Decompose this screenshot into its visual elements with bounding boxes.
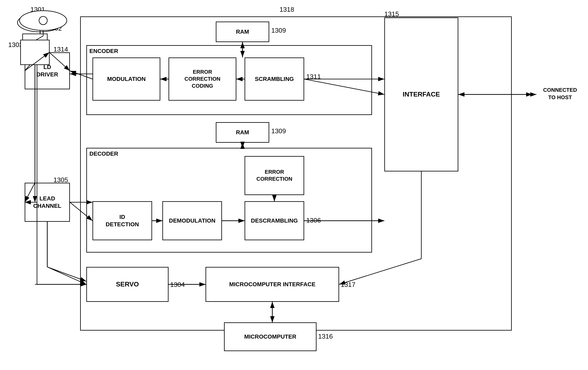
svg-line-37 [36, 36, 43, 40]
svg-line-42 [49, 52, 70, 71]
svg-line-44 [70, 202, 93, 221]
arrows-svg-2 [0, 0, 588, 370]
svg-point-35 [39, 16, 47, 25]
svg-line-57 [47, 267, 86, 281]
svg-rect-38 [21, 40, 49, 65]
svg-line-49 [304, 79, 384, 94]
diagram: 1318 RAM 1309 ENCODER MODULATION ERRORCO… [0, 0, 588, 370]
svg-line-61 [339, 259, 421, 284]
